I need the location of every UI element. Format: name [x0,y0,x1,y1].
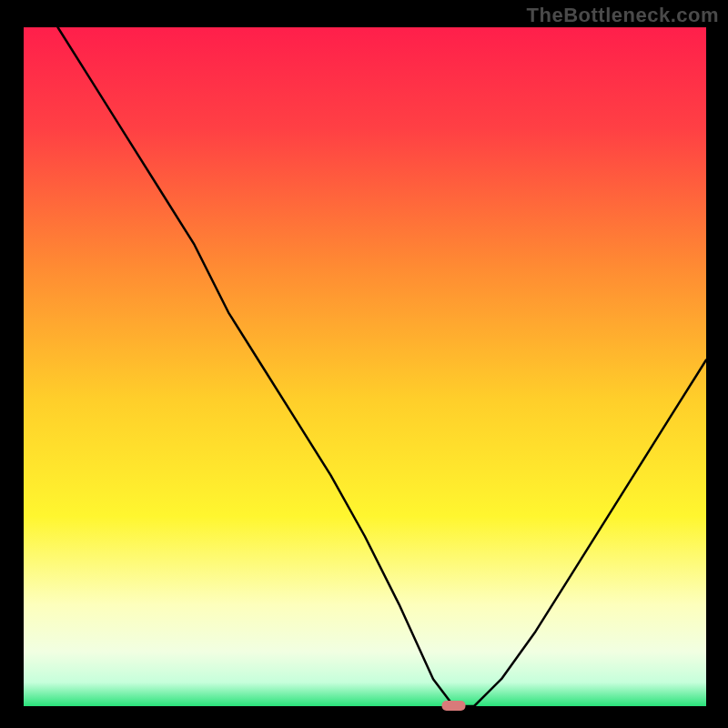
plot-background [24,27,706,706]
optimal-marker [442,701,466,711]
watermark-text: TheBottleneck.com [527,4,719,27]
chart-svg [0,0,728,728]
chart-frame: TheBottleneck.com [0,0,728,728]
